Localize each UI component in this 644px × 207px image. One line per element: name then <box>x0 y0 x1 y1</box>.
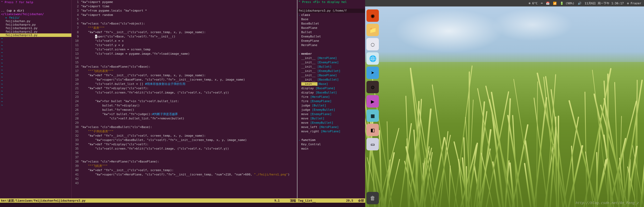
tag-member[interactable]: __init__ [Bullet] <box>301 65 332 69</box>
nerdtree-dir[interactable]: ▸ feiji/ <box>0 16 71 19</box>
file-item[interactable]: feijidazhanpro.py <box>0 23 71 26</box>
tag-member[interactable]: __init__ [EnemyPlane] <box>301 60 339 65</box>
taglist-function-header[interactable]: function <box>301 138 316 142</box>
tag-member[interactable]: judge [EnemyBullet] <box>301 108 335 112</box>
unity-launcher[interactable]: ◉📁◌🌐➤⚙▶▦◧▭ <box>366 9 379 150</box>
tag-member[interactable]: display [BasePlane] <box>301 86 335 91</box>
taglist-member-header[interactable]: member <box>301 52 312 56</box>
nerdtree-panel[interactable]: " Press ? for help .. (up a dir) </lianx… <box>0 0 72 198</box>
top-bar[interactable]: ❄ 6°C ⌨ 📅 📶 🔋 (98%) 🔊 11月6日 周一下午 1:36:17… <box>365 0 644 6</box>
command-line[interactable] <box>0 203 365 207</box>
code-editor[interactable]: 1234567891011121314151617181920212223242… <box>72 0 297 198</box>
wifi-icon[interactable]: 📶 <box>553 2 557 5</box>
nerdtree-updir[interactable]: .. (up a dir) <box>0 9 71 12</box>
tag-function[interactable]: Key_Contral <box>301 142 321 147</box>
watermark: http://blog.csdn.net/An_Feng_z <box>575 201 639 205</box>
tag-member[interactable]: fire [HeroPlane] <box>301 95 330 99</box>
tag-member[interactable]: __init__ [BasePlane] <box>301 73 337 78</box>
line-gutter: 1234567891011121314151617181920212223242… <box>72 0 81 198</box>
tag-member[interactable]: display [BaseBullet] <box>301 91 337 95</box>
taglist-class-header[interactable]: class <box>301 13 310 17</box>
tag-class[interactable]: HeroPlane <box>301 43 317 47</box>
tag-function[interactable]: main <box>301 147 309 151</box>
loading-icon[interactable]: ◌ <box>366 38 379 50</box>
status-bar-main: ker/桌面/lianxiwan/feijidazhan feijidazhan… <box>0 198 297 203</box>
trash-icon[interactable]: 🗑 <box>366 192 379 204</box>
patch-icon[interactable]: ◧ <box>366 124 379 136</box>
calendar-icon[interactable]: 📅 <box>546 2 550 5</box>
status-bar-taglist: Tag_List__ 20,5 全部 <box>297 198 365 203</box>
code-area[interactable]: "kw">import pygame"kw">import time"kw">f… <box>81 0 297 198</box>
file-item[interactable]: feijidazhan.py <box>0 19 71 23</box>
earth-icon[interactable]: 🌐 <box>366 52 379 65</box>
tag-member[interactable]: move_left [HeroPlane] <box>301 125 339 129</box>
media-icon[interactable]: ▶ <box>366 95 379 108</box>
tag-member[interactable]: __init__ [HeroPlane] <box>301 56 337 60</box>
weather-indicator[interactable]: ❄ 6°C <box>529 2 538 5</box>
tag-class[interactable]: BasePlane <box>301 26 317 30</box>
tag-member[interactable]: __init__ [EnemyBullet] <box>301 69 341 73</box>
tag-class[interactable]: EnemyPlane <box>301 39 319 43</box>
tag-member[interactable]: move_right [HeroPlane] <box>301 129 341 134</box>
dash-icon[interactable]: ◉ <box>366 9 379 22</box>
file-item[interactable]: feijidazhanpro3.py <box>0 33 71 37</box>
clock[interactable]: 11月6日 周一下午 1:36:17 <box>585 1 624 5</box>
tag-member[interactable]: move [EnemyBullet] <box>301 121 333 125</box>
tag-member[interactable]: move [EnemyPlane] <box>301 112 332 116</box>
taglist-help: " Press <F1> to display hel <box>299 0 347 4</box>
nerdtree-help: " Press ? for help <box>0 0 71 5</box>
battery-indicator[interactable]: 🔋 (98%) <box>560 2 574 5</box>
tag-class[interactable]: Base <box>301 17 309 22</box>
file-item[interactable]: feijidazhanpro1.py <box>0 26 71 30</box>
file-item[interactable]: feijidazhanpro2.py <box>0 30 71 33</box>
shell-icon[interactable]: ⚙ <box>366 81 379 93</box>
volume-icon[interactable]: 🔊 <box>578 2 581 5</box>
ubuntu-desktop[interactable]: ❄ 6°C ⌨ 📅 📶 🔋 (98%) 🔊 11月6日 周一下午 1:36:17… <box>365 0 644 207</box>
tag-member[interactable]: judge [Bullet] <box>301 104 326 108</box>
nerdtree-path[interactable]: </lianxiwan/feijidazhan/ <box>0 12 71 16</box>
tiles-icon[interactable]: ▦ <box>366 109 379 122</box>
display-icon[interactable]: ▭ <box>366 138 379 150</box>
tag-member[interactable]: move [Bullet] <box>301 116 324 121</box>
tag-member[interactable]: fire [EnemyPlane] <box>301 99 332 104</box>
taglist-title: feijidazhanpro3.py (/home/f <box>297 9 365 13</box>
vim-editor: " Press ? for help .. (up a dir) </lianx… <box>0 0 365 207</box>
tag-class[interactable]: EnemyBullet <box>301 34 321 39</box>
forward-icon[interactable]: ➤ <box>366 67 379 79</box>
user-menu[interactable]: ⚙ Frazer <box>627 2 641 5</box>
tag-class[interactable]: BaseBullet <box>301 22 319 26</box>
keyboard-icon[interactable]: ⌨ <box>541 2 543 5</box>
tag-member[interactable]: __init__ [Base] <box>301 82 328 86</box>
taglist-panel[interactable]: " Press <F1> to display hel feijidazhanp… <box>297 0 365 198</box>
tag-class[interactable]: Bullet <box>301 30 312 34</box>
tag-member[interactable]: __init__ [BaseBullet] <box>301 78 339 82</box>
files-icon[interactable]: 📁 <box>366 24 379 36</box>
wallpaper-grass <box>365 59 644 207</box>
